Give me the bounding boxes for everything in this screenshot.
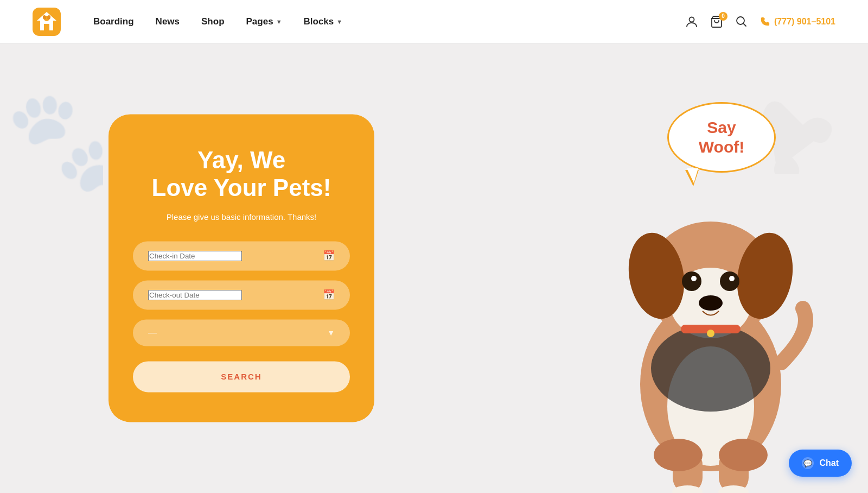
chat-label: Chat bbox=[819, 458, 839, 468]
checkin-input[interactable] bbox=[148, 251, 242, 261]
svg-point-18 bbox=[720, 271, 739, 291]
booking-title: Yay, We Love Your Pets! bbox=[152, 147, 331, 201]
svg-point-26 bbox=[654, 439, 703, 471]
svg-point-7 bbox=[690, 17, 694, 22]
chat-bubble-icon: 💬 bbox=[802, 457, 814, 469]
nav-shop[interactable]: Shop bbox=[201, 16, 225, 27]
svg-point-28 bbox=[651, 325, 770, 412]
svg-point-21 bbox=[699, 295, 723, 311]
logo[interactable] bbox=[33, 8, 61, 36]
svg-point-30 bbox=[707, 330, 714, 337]
checkin-calendar-icon: 📅 bbox=[323, 250, 335, 262]
booking-subtitle: Please give us basic information. Thanks… bbox=[167, 213, 317, 222]
pages-dropdown-arrow: ▼ bbox=[276, 18, 282, 25]
svg-point-19 bbox=[691, 276, 697, 281]
cart-badge: 0 bbox=[719, 12, 727, 21]
nav-news[interactable]: News bbox=[156, 16, 180, 27]
svg-point-20 bbox=[729, 276, 735, 281]
header-actions: 0 (777) 901–5101 bbox=[685, 15, 835, 28]
nav-pages[interactable]: Pages ▼ bbox=[246, 16, 282, 27]
main-nav: Boarding News Shop Pages ▼ Blocks ▼ bbox=[93, 16, 685, 27]
nav-boarding[interactable]: Boarding bbox=[93, 16, 134, 27]
dog-hero-area: Say Woof! bbox=[488, 86, 868, 493]
checkout-input[interactable] bbox=[148, 290, 242, 300]
dropdown-arrow-icon: ▼ bbox=[327, 328, 335, 337]
search-icon[interactable] bbox=[735, 15, 748, 28]
booking-card: Yay, We Love Your Pets! Please give us b… bbox=[108, 114, 374, 422]
pets-dropdown[interactable]: — 1 Pet 2 Pets 3 Pets bbox=[148, 328, 327, 338]
nav-blocks[interactable]: Blocks ▼ bbox=[304, 16, 343, 27]
checkout-calendar-icon: 📅 bbox=[323, 289, 335, 301]
user-icon[interactable] bbox=[685, 15, 698, 28]
blocks-dropdown-arrow: ▼ bbox=[336, 18, 342, 25]
chat-button[interactable]: 💬 Chat bbox=[789, 450, 852, 477]
cart-wrapper[interactable]: 0 bbox=[710, 15, 723, 28]
pets-dropdown-wrapper[interactable]: — 1 Pet 2 Pets 3 Pets ▼ bbox=[133, 320, 350, 346]
checkin-field[interactable]: 📅 bbox=[133, 242, 350, 271]
search-button[interactable]: search bbox=[133, 362, 350, 393]
dog-image bbox=[597, 156, 825, 493]
phone-link[interactable]: (777) 901–5101 bbox=[760, 17, 835, 27]
checkout-field[interactable]: 📅 bbox=[133, 281, 350, 310]
svg-point-17 bbox=[682, 271, 701, 291]
svg-text:🐾: 🐾 bbox=[5, 83, 103, 195]
svg-rect-3 bbox=[44, 24, 49, 30]
svg-point-27 bbox=[719, 439, 768, 471]
phone-number: (777) 901–5101 bbox=[774, 17, 835, 27]
paw-decoration: 🐾 bbox=[5, 76, 103, 198]
main-content: 🐾 Yay, We Love Your Pets! Please give us… bbox=[0, 43, 868, 493]
speech-text: Say Woof! bbox=[699, 118, 744, 157]
